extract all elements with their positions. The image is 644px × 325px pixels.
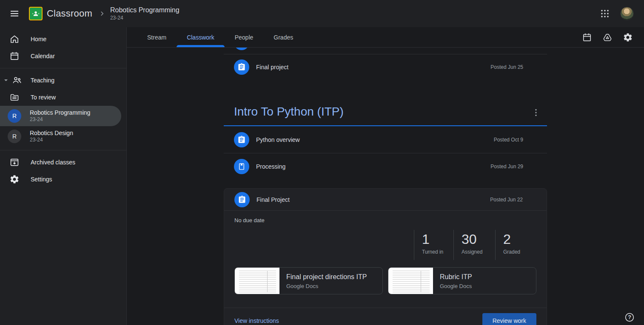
stat-label: Turned in: [422, 249, 453, 255]
topic-header: Intro To Python (ITP): [224, 99, 547, 120]
stat-label: Graded: [503, 249, 536, 255]
sidebar-item-calendar[interactable]: Calendar: [0, 48, 121, 65]
user-avatar[interactable]: [620, 7, 634, 20]
class-settings-gear-icon[interactable]: [619, 29, 636, 46]
material-book-icon: [234, 159, 249, 174]
calendar-icon: [9, 51, 20, 61]
sidebar-item-label: Archived classes: [31, 159, 75, 166]
assignment-icon: [234, 192, 250, 207]
sidebar-item-label: To review: [31, 94, 56, 101]
sidebar-item-label: Home: [31, 36, 46, 42]
scrolled-item-fragment: [224, 48, 547, 54]
breadcrumb[interactable]: Robotics Programming 23-24: [110, 6, 180, 21]
svg-text:?: ?: [628, 314, 631, 320]
classroom-logo-icon[interactable]: [29, 7, 43, 20]
classwork-list: Final project Posted Jun 25 Intro To Pyt…: [224, 48, 547, 325]
sidebar-item-to-review[interactable]: To review: [0, 89, 121, 106]
sidebar-item-archived-classes[interactable]: Archived classes: [0, 154, 121, 171]
sidebar: Home Calendar Teaching To review R: [0, 27, 127, 325]
doc-thumbnail: [388, 268, 433, 294]
submission-stats: 1 Turned in 30 Assigned 2 Graded: [224, 230, 547, 260]
sidebar-divider: [0, 150, 126, 150]
attachment-type: Google Docs: [440, 283, 472, 289]
assignment-actions: View instructions Review work: [224, 308, 547, 325]
tab-bar: Stream Classwork People Grades: [127, 27, 644, 48]
course-avatar: R: [8, 130, 21, 143]
course-name: Robotics Programming: [30, 109, 90, 116]
course-avatar: R: [8, 109, 21, 123]
sidebar-item-settings[interactable]: Settings: [0, 171, 121, 188]
tab-label: People: [235, 34, 254, 41]
item-title: Python overview: [256, 136, 300, 143]
tab-people[interactable]: People: [225, 27, 264, 47]
sidebar-item-label: Settings: [31, 176, 52, 183]
item-posted-date: Posted Oct 9: [494, 137, 523, 143]
doc-thumbnail: [235, 268, 279, 294]
app-header: Classroom Robotics Programming 23-24: [0, 0, 644, 27]
item-posted-date: Posted Jun 22: [490, 197, 523, 203]
calendar-toolbar-icon[interactable]: [578, 29, 596, 46]
stat-value: 30: [462, 232, 495, 247]
sidebar-item-label: Teaching: [31, 77, 54, 84]
home-icon: [9, 34, 20, 44]
tab-label: Classwork: [187, 34, 214, 41]
stat-assigned[interactable]: 30 Assigned: [453, 230, 495, 260]
view-instructions-link[interactable]: View instructions: [234, 317, 279, 324]
breadcrumb-course-subtitle: 23-24: [110, 15, 180, 21]
topic-more-icon[interactable]: [528, 105, 544, 120]
classwork-item-final-project[interactable]: Final Project Posted Jun 22: [224, 189, 547, 211]
attachment-title: Rubric ITP: [440, 273, 472, 281]
classwork-item-processing[interactable]: Processing Posted Jun 29: [224, 153, 547, 180]
main-content: Stream Classwork People Grades: [127, 27, 644, 325]
stat-label: Assigned: [462, 249, 495, 255]
assignment-icon: [234, 59, 249, 75]
archive-icon: [9, 157, 20, 167]
assignment-icon-fragment: [234, 48, 249, 50]
item-title: Final Project: [256, 196, 290, 203]
tab-grades[interactable]: Grades: [263, 27, 303, 47]
stat-value: 2: [503, 232, 536, 247]
item-title: Final project: [256, 64, 288, 71]
attachments: Final project directions ITP Google Docs…: [234, 267, 536, 294]
sidebar-item-robotics-design[interactable]: R Robotics Design 23-24: [0, 126, 121, 147]
attachment-rubric[interactable]: Rubric ITP Google Docs: [388, 267, 536, 294]
stat-turned-in[interactable]: 1 Turned in: [414, 230, 453, 260]
attachment-type: Google Docs: [286, 283, 367, 289]
attachment-title: Final project directions ITP: [286, 273, 367, 281]
sidebar-item-teaching[interactable]: Teaching: [0, 72, 121, 89]
gear-icon: [9, 174, 20, 184]
menu-icon[interactable]: [4, 3, 25, 24]
item-title: Processing: [256, 163, 285, 170]
tab-label: Stream: [147, 34, 166, 41]
app-title[interactable]: Classroom: [47, 8, 92, 19]
tab-classwork[interactable]: Classwork: [177, 27, 225, 47]
item-posted-date: Posted Jun 25: [490, 64, 523, 70]
sidebar-divider: [0, 68, 126, 68]
course-section: 23-24: [30, 137, 73, 143]
item-posted-date: Posted Jun 29: [490, 164, 523, 170]
review-work-button[interactable]: Review work: [482, 313, 536, 325]
attachment-final-project-directions[interactable]: Final project directions ITP Google Docs: [234, 267, 383, 294]
drive-folder-icon[interactable]: [599, 29, 616, 46]
classwork-item-final-project-prev[interactable]: Final project Posted Jun 25: [224, 54, 547, 80]
stat-value: 1: [422, 232, 453, 247]
apps-grid-icon[interactable]: [596, 5, 613, 22]
sidebar-item-home[interactable]: Home: [0, 31, 121, 48]
tab-stream[interactable]: Stream: [137, 27, 177, 47]
course-section: 23-24: [30, 117, 90, 123]
tab-label: Grades: [274, 34, 293, 41]
teaching-people-icon: [12, 75, 22, 85]
due-date: No due date: [234, 217, 547, 223]
expanded-assignment-card: Final Project Posted Jun 22 No due date …: [224, 188, 547, 325]
topic-title: Intro To Python (ITP): [234, 104, 344, 119]
to-review-folder-icon: [9, 92, 20, 102]
classwork-item-python-overview[interactable]: Python overview Posted Oct 9: [224, 126, 547, 153]
stat-graded[interactable]: 2 Graded: [495, 230, 536, 260]
assignment-icon: [234, 132, 249, 147]
help-icon[interactable]: ?: [624, 311, 635, 323]
breadcrumb-chevron-icon: [98, 10, 106, 17]
sidebar-item-label: Calendar: [31, 53, 55, 59]
sidebar-item-robotics-programming[interactable]: R Robotics Programming 23-24: [0, 106, 121, 126]
breadcrumb-course-title: Robotics Programming: [110, 6, 180, 14]
expand-caret-icon[interactable]: [3, 78, 9, 83]
